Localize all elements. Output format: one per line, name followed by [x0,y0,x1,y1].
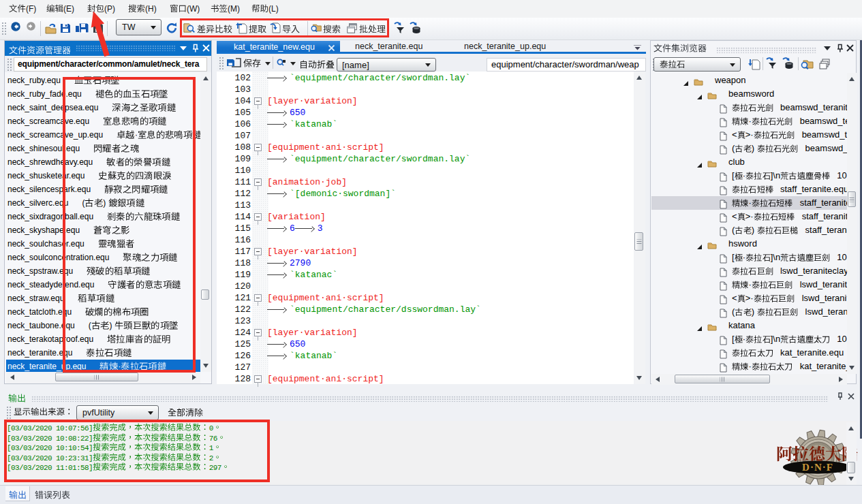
svg-text:D·N·F: D·N·F [802,462,833,473]
